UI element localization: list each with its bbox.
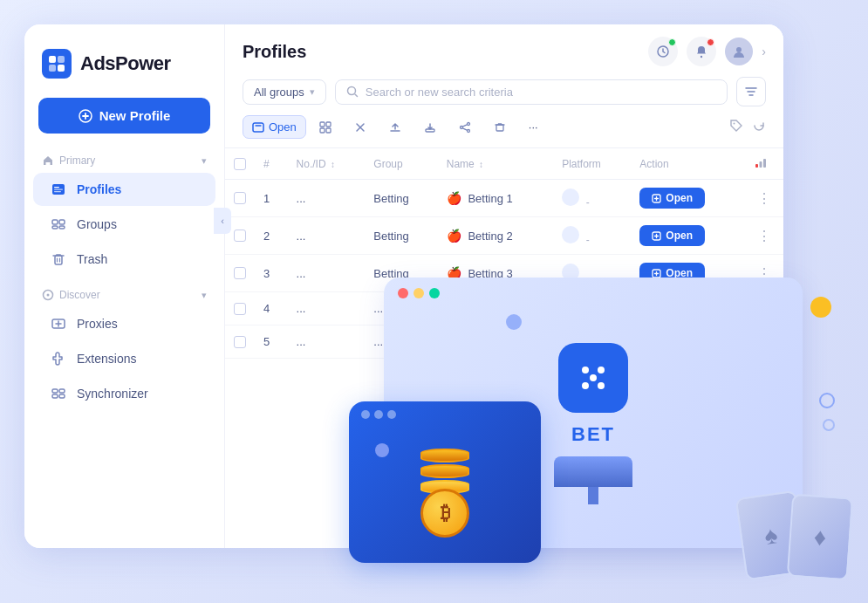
floating-bitcoin-window: ₿ [349, 401, 541, 563]
profiles-icon [51, 182, 66, 197]
row-2-more-button[interactable]: ⋮ [754, 225, 775, 247]
delete-icon [494, 121, 506, 134]
window-dots [384, 278, 803, 305]
share-action-button[interactable] [449, 116, 481, 139]
tag-icon-button[interactable] [729, 119, 743, 136]
toolbar-chevron[interactable]: › [762, 45, 766, 58]
platform-indicator [562, 188, 579, 206]
group-select[interactable]: All groups ▾ [243, 79, 326, 105]
col-no-id[interactable]: No./ID ↕ [288, 148, 366, 180]
open-action-button[interactable]: Open [243, 115, 306, 139]
export-action-button[interactable] [414, 116, 446, 139]
row-2-open-button[interactable]: Open [639, 225, 705, 246]
bell-icon [694, 45, 708, 58]
extensions-icon [51, 351, 66, 367]
sidebar-item-groups[interactable]: Groups [33, 208, 215, 241]
row-1-open-button[interactable]: Open [639, 188, 705, 209]
svg-rect-37 [760, 161, 762, 168]
win2-dot-2 [374, 410, 383, 419]
grid-action-button[interactable] [310, 116, 341, 139]
close-icon [354, 121, 366, 134]
toolbar-top: Profiles [243, 37, 766, 66]
primary-collapse-arrow[interactable]: ▾ [202, 155, 207, 167]
plus-icon [79, 109, 92, 123]
coins-visual: ₿ [420, 442, 469, 538]
sidebar-item-synchronizer[interactable]: Synchronizer [33, 377, 215, 410]
svg-rect-36 [755, 164, 758, 168]
window-2-dots [349, 401, 541, 424]
row-3-checkbox[interactable] [234, 267, 246, 279]
svg-rect-28 [320, 128, 325, 133]
more-action-button[interactable]: ··· [519, 115, 548, 139]
row-group: Betting [365, 180, 437, 217]
svg-rect-18 [59, 394, 65, 398]
win2-dot-3 [387, 410, 396, 419]
col-num: # [255, 148, 288, 180]
refresh-button[interactable] [752, 119, 766, 135]
sync-badge [668, 38, 676, 46]
select-all-checkbox[interactable] [234, 158, 246, 170]
user-avatar[interactable] [725, 38, 753, 65]
discover-collapse-arrow[interactable]: ▾ [202, 290, 207, 301]
close-action-button[interactable] [345, 116, 376, 139]
decorative-orb-1 [506, 314, 522, 330]
open-icon [252, 121, 264, 134]
row-5-checkbox[interactable] [234, 336, 246, 348]
share-icon [459, 121, 471, 134]
new-profile-button[interactable]: New Profile [38, 98, 210, 134]
open-btn-icon [652, 231, 661, 241]
sync-status-button[interactable] [648, 37, 678, 66]
svg-point-23 [736, 47, 742, 52]
search-box[interactable]: Search or new search criteria [335, 79, 728, 105]
refresh-icon [752, 119, 766, 133]
svg-rect-17 [52, 389, 58, 393]
row-1-more-button[interactable]: ⋮ [754, 188, 775, 209]
sidebar-item-extensions[interactable]: Extensions [33, 342, 215, 375]
svg-rect-34 [496, 125, 503, 131]
svg-point-43 [598, 367, 605, 373]
svg-point-44 [590, 374, 597, 381]
filter-button[interactable] [736, 77, 766, 106]
svg-rect-6 [54, 187, 59, 188]
upload-icon [389, 121, 401, 134]
win-dot-yellow [413, 288, 424, 298]
toolbar: Profiles [225, 24, 783, 148]
sidebar-item-trash[interactable]: Trash [33, 243, 215, 276]
svg-rect-7 [54, 189, 63, 190]
col-action: Action [631, 148, 745, 180]
notification-button[interactable] [687, 37, 716, 66]
sidebar-item-profiles[interactable]: Profiles [33, 173, 215, 206]
col-name[interactable]: Name ↕ [438, 148, 553, 180]
logo-area: AdsPower [24, 49, 224, 98]
group-select-chevron: ▾ [310, 86, 315, 98]
svg-rect-1 [58, 56, 65, 63]
row-1-checkbox[interactable] [234, 192, 246, 204]
svg-point-15 [47, 294, 50, 297]
row-2-checkbox[interactable] [234, 230, 246, 242]
svg-point-42 [582, 367, 589, 373]
grid-icon [319, 121, 331, 134]
upload-action-button[interactable] [379, 116, 411, 139]
sidebar-item-proxies[interactable]: Proxies [33, 307, 215, 340]
svg-rect-8 [54, 191, 61, 192]
sidebar: AdsPower New Profile Primary ▾ Pr [24, 24, 225, 548]
svg-rect-3 [58, 65, 65, 72]
platform-indicator [562, 226, 579, 243]
coin-layer-bottom [420, 449, 469, 463]
delete-action-button[interactable] [484, 116, 516, 139]
search-filter-row: All groups ▾ Search or new search criter… [243, 77, 766, 106]
logo-icon [42, 49, 72, 79]
svg-point-31 [467, 122, 469, 125]
proxies-icon [51, 316, 66, 332]
row-4-checkbox[interactable] [234, 303, 246, 315]
sidebar-collapse-button[interactable]: ‹ [214, 208, 231, 234]
svg-point-35 [734, 122, 735, 124]
coin-bottom-1 [420, 449, 469, 463]
sync-icon [656, 45, 670, 58]
discover-icon [42, 289, 54, 301]
trash-icon [51, 251, 66, 267]
avatar-icon [731, 44, 747, 59]
col-checkbox [225, 148, 255, 180]
table-row: 2 ... Betting 🍎 Betting 2 - [225, 217, 783, 255]
synchronizer-icon [51, 386, 66, 401]
